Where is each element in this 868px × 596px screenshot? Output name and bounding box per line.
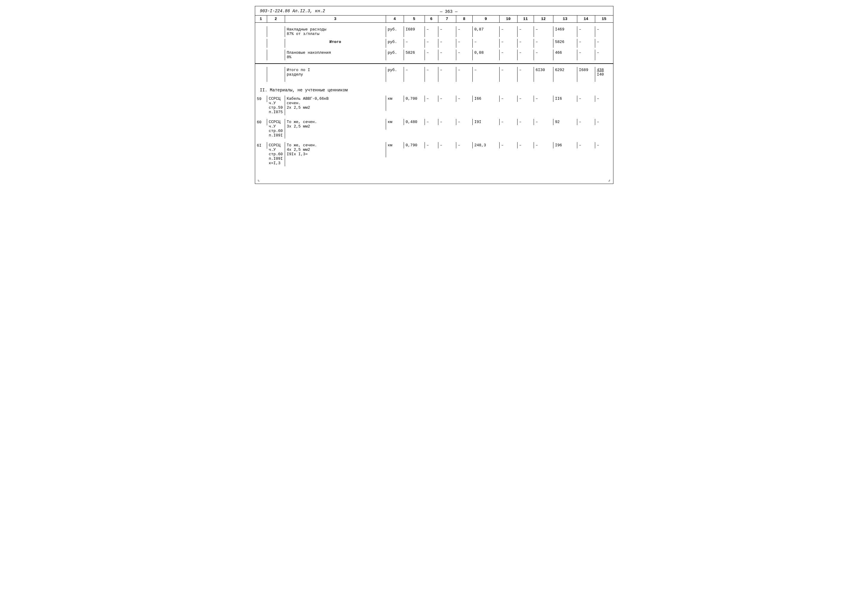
cell-4-4: руб. — [386, 67, 404, 82]
corner-bottom-right: ⌟ — [608, 177, 611, 183]
cell-61-7: – — [438, 142, 456, 148]
cell-61-1: 6I — [255, 142, 267, 149]
col-header-1: 1 — [255, 16, 267, 22]
cell-60-14: – — [577, 119, 595, 125]
cell-3-3: Плановые накопления 8% — [285, 50, 386, 60]
cell-60-7: – — [438, 119, 456, 125]
cell-2-10: – — [500, 39, 518, 48]
cell-61-14: – — [577, 142, 595, 148]
cell-4-13: 6292 — [553, 67, 577, 82]
cell-59-13: II6 — [553, 96, 577, 102]
cell-59-8: – — [456, 96, 473, 102]
col-header-11: 11 — [518, 16, 534, 22]
cell-59-12: – — [534, 96, 553, 102]
cell-2-13: 5826 — [553, 39, 577, 48]
table-row: 60 ССРСЦ ч.У стр.60 п.I09I То же, сечен.… — [255, 119, 613, 139]
cell-59-2: ССРСЦ ч.У стр.59 п.I075 — [267, 96, 285, 115]
cell-61-8: – — [456, 142, 473, 148]
cell-1-12: – — [534, 26, 553, 37]
table-row: Итого по I разделу руб. – – – – – – – 6I… — [255, 67, 613, 82]
table-row: Итого руб. – – – – – – – – 5826 – – — [255, 39, 613, 48]
cell-4-10: – — [500, 67, 518, 82]
cell-60-6: – — [425, 119, 438, 125]
cell-3-7: – — [438, 50, 456, 60]
col-header-15: 15 — [595, 16, 613, 22]
cell-4-8: – — [456, 67, 473, 82]
cell-3-6: – — [425, 50, 438, 60]
table-row: Плановые накопления 8% руб. 5826 – – – 0… — [255, 50, 613, 60]
col-header-2: 2 — [267, 16, 285, 22]
cell-59-7: – — [438, 96, 456, 102]
cell-60-2: ССРСЦ ч.У стр.60 п.I09I — [267, 119, 285, 139]
cell-59-4: км — [386, 96, 404, 102]
cell-4-2 — [267, 67, 285, 82]
table-row: Накладные расходы 87% от з/платы руб. I6… — [255, 26, 613, 37]
cell-1-7: – — [438, 26, 456, 37]
cell-3-14: – — [577, 50, 595, 60]
cell-61-12: – — [534, 142, 553, 148]
cell-1-8: – — [456, 26, 473, 37]
section-header-ii: II. Материалы, не учтенные ценником — [255, 87, 613, 96]
cell-2-9: – — [473, 39, 500, 48]
cell-61-3: То же, сечен. 4х 2,5 мм2 I9Iх I,3= — [285, 142, 386, 157]
cell-3-1 — [255, 50, 267, 60]
cell-3-10: – — [500, 50, 518, 60]
page-container: 903-I-224.86 Ал.I2.3, кн.2 363 1 2 3 4 5… — [255, 6, 614, 184]
cell-59-9: I66 — [473, 96, 500, 102]
cell-1-14: – — [577, 26, 595, 37]
cell-61-5: 0,790 — [404, 142, 425, 148]
cell-60-3: То же, сечен. 3х 2,5 мм2 — [285, 119, 386, 130]
cell-4-15: 438 I40 — [595, 67, 613, 82]
col-header-5: 5 — [404, 16, 425, 22]
cell-1-15: – — [595, 26, 613, 37]
cell-59-5: 0,700 — [404, 96, 425, 102]
col-header-4: 4 — [386, 16, 404, 22]
cell-60-10: – — [500, 119, 518, 125]
cell-61-13: I96 — [553, 142, 577, 148]
cell-4-9: – — [473, 67, 500, 82]
cell-61-9: 248,3 — [473, 142, 500, 148]
cell-4-12: 6I30 — [534, 67, 553, 82]
cell-4-6: – — [425, 67, 438, 82]
cell-3-4: руб. — [386, 50, 404, 60]
cell-1-4: руб. — [386, 26, 404, 37]
table-row: 6I ССРСЦ ч.У стр.60 п.I09I к=I,3 То же, … — [255, 142, 613, 166]
cell-60-8: – — [456, 119, 473, 125]
page-number: 363 — [325, 9, 572, 14]
cell-2-1 — [255, 39, 267, 48]
cell-60-9: I9I — [473, 119, 500, 125]
cell-1-13: I469 — [553, 26, 577, 37]
cell-3-11: – — [518, 50, 534, 60]
cell-61-4: км — [386, 142, 404, 148]
cell-3-5: 5826 — [404, 50, 425, 60]
cell-60-4: км — [386, 119, 404, 125]
cell-59-1: 59 — [255, 96, 267, 102]
col-header-7: 7 — [438, 16, 456, 22]
doc-ref: 903-I-224.86 Ал.I2.3, кн.2 — [260, 9, 325, 13]
cell-60-1: 60 — [255, 119, 267, 125]
col-header-13: 13 — [553, 16, 577, 22]
cell-2-7: – — [438, 39, 456, 48]
cell-1-3: Накладные расходы 87% от з/платы — [285, 26, 386, 37]
corner-bottom-left: ⌞ — [257, 177, 260, 183]
cell-1-10: – — [500, 26, 518, 37]
cell-4-3: Итого по I разделу — [285, 67, 386, 82]
cell-60-13: 92 — [553, 119, 577, 125]
cell-3-15: – — [595, 50, 613, 60]
cell-1-5: I689 — [404, 26, 425, 37]
cell-2-5: – — [404, 39, 425, 48]
cell-2-14: – — [577, 39, 595, 48]
cell-2-11: – — [518, 39, 534, 48]
col-header-8: 8 — [456, 16, 473, 22]
cell-4-11: – — [518, 67, 534, 82]
cell-60-11: – — [518, 119, 534, 125]
cell-3-9: 0,08 — [473, 50, 500, 60]
cell-60-12: – — [534, 119, 553, 125]
cell-3-8: – — [456, 50, 473, 60]
cell-3-12: – — [534, 50, 553, 60]
cell-1-1 — [255, 26, 267, 37]
bottom-corners: ⌞ ⌟ — [255, 175, 613, 184]
cell-61-2: ССРСЦ ч.У стр.60 п.I09I к=I,3 — [267, 142, 285, 166]
cell-1-11: – — [518, 26, 534, 37]
cell-59-3: Кабель АВВГ-0,66кВ сечен. 2х 2,5 мм2 — [285, 96, 386, 111]
